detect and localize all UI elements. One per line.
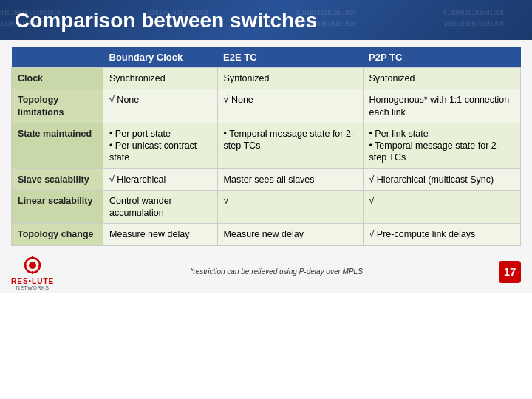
row-label-cell: Linear scalability [12, 190, 103, 224]
page-header: Comparison between switches [0, 0, 532, 40]
row-cell-col1: • Per port state• Per unicast contract s… [103, 123, 218, 168]
col-header-boundary-clock: Boundary Clock [103, 47, 218, 68]
row-cell-col2: Syntonized [217, 68, 363, 89]
row-label-cell: State maintained [12, 123, 103, 168]
row-cell-col3: √ Pre-compute link delays [363, 224, 521, 245]
row-cell-col2: √ None [217, 89, 363, 123]
row-label-cell: Slave scalability [12, 168, 103, 190]
row-cell-col2: • Temporal message state for 2-step TCs [217, 123, 363, 168]
row-cell-col3: • Per link state• Temporal message state… [363, 123, 521, 168]
table-row: Topology changeMeasure new delayMeasure … [12, 224, 521, 245]
row-label-cell: Topology limitations [12, 89, 103, 123]
table-row: Slave scalability√ HierarchicalMaster se… [12, 168, 521, 190]
footer-note: *restriction can be relieved using P-del… [54, 267, 499, 276]
row-cell-col3: Syntonized [363, 68, 521, 89]
page-footer: RES•LUTE NETWORKS *restriction can be re… [0, 250, 532, 293]
table-row: Linear scalabilityControl wander accumul… [12, 190, 521, 224]
row-label-cell: Clock [12, 68, 103, 89]
row-cell-col1: Measure new delay [103, 224, 218, 245]
table-row: ClockSynchronizedSyntonizedSyntonized [12, 68, 521, 89]
table-row: Topology limitations√ None√ NoneHomogeno… [12, 89, 521, 123]
logo-icon [21, 253, 44, 277]
page-number-badge: 17 [499, 261, 521, 283]
row-cell-col1: √ None [103, 89, 218, 123]
row-label-cell: Topology change [12, 224, 103, 245]
logo-subtext: NETWORKS [16, 285, 49, 290]
comparison-table: Boundary Clock E2E TC P2P TC ClockSynchr… [11, 47, 521, 246]
row-cell-col1: Synchronized [103, 68, 218, 89]
row-cell-col2: Master sees all slaves [217, 168, 363, 190]
logo: RES•LUTE NETWORKS [11, 253, 54, 290]
row-cell-col1: √ Hierarchical [103, 168, 218, 190]
table-row: State maintained• Per port state• Per un… [12, 123, 521, 168]
row-cell-col3: √ [363, 190, 521, 224]
footer-left: RES•LUTE NETWORKS [11, 253, 54, 290]
col-header-p2p-tc: P2P TC [363, 47, 521, 68]
row-cell-col3: √ Hierarchical (multicast Sync) [363, 168, 521, 190]
row-cell-col2: Measure new delay [217, 224, 363, 245]
row-cell-col1: Control wander accumulation [103, 190, 218, 224]
row-cell-col3: Homogenous* with 1:1 connection each lin… [363, 89, 521, 123]
svg-point-1 [29, 262, 36, 269]
col-header-e2e-tc: E2E TC [217, 47, 363, 68]
logo-text: RES•LUTE [11, 277, 54, 285]
col-header-empty [12, 47, 103, 68]
page-title: Comparison between switches [15, 9, 517, 33]
table-container: Boundary Clock E2E TC P2P TC ClockSynchr… [0, 40, 532, 250]
row-cell-col2: √ [217, 190, 363, 224]
table-header-row: Boundary Clock E2E TC P2P TC [12, 47, 521, 68]
